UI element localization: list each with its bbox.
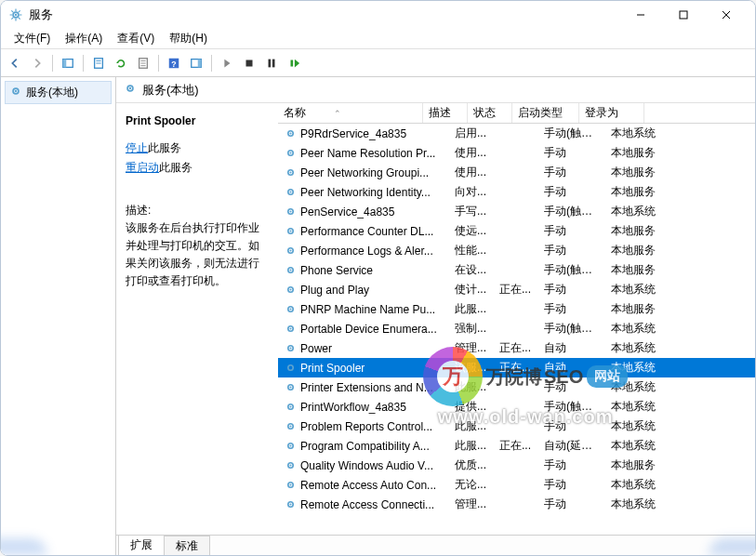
service-startup: 手动 — [538, 457, 605, 473]
service-icon — [284, 225, 297, 238]
help-button[interactable]: ? — [164, 53, 184, 73]
service-logon: 本地服务 — [605, 457, 670, 473]
list-body[interactable]: P9RdrService_4a835启用...手动(触发...本地系统Peer … — [278, 124, 755, 535]
svg-rect-30 — [291, 60, 294, 66]
service-desc: 管理... — [449, 496, 494, 512]
service-row[interactable]: Quality Windows Audio V...优质...手动本地服务 — [278, 456, 755, 475]
service-startup: 手动 — [538, 477, 605, 493]
service-icon — [284, 401, 297, 414]
svg-point-70 — [289, 464, 291, 466]
svg-point-66 — [289, 425, 291, 427]
service-name: Performance Counter DL... — [300, 225, 433, 238]
tab-standard[interactable]: 标准 — [164, 536, 210, 555]
menu-action[interactable]: 操作(A) — [58, 29, 110, 48]
service-startup: 手动(触发... — [538, 321, 605, 337]
service-desc: 此服... — [449, 438, 494, 454]
service-status: 正在... — [494, 360, 538, 376]
service-startup: 手动 — [538, 145, 605, 161]
list-header: 名称 描述 状态 启动类型 登录为 — [278, 103, 755, 124]
svg-point-58 — [289, 347, 291, 349]
svg-point-68 — [289, 444, 291, 446]
service-startup: 自动 — [538, 340, 605, 356]
service-logon: 本地系统 — [605, 477, 670, 493]
service-status: 正在... — [494, 282, 538, 298]
service-icon — [284, 205, 297, 218]
tree-node-services-local[interactable]: 服务(本地) — [5, 81, 112, 104]
service-desc: 该服... — [449, 360, 494, 376]
svg-text:?: ? — [171, 59, 176, 68]
restart-service-button[interactable] — [284, 53, 304, 73]
service-row[interactable]: P9RdrService_4a835启用...手动(触发...本地系统 — [278, 124, 755, 143]
restart-service-link[interactable]: 重启动 — [126, 161, 159, 174]
service-desc: 优质... — [449, 457, 494, 473]
service-row[interactable]: Phone Service在设...手动(触发...本地服务 — [278, 260, 755, 280]
show-hide-pane-button[interactable] — [58, 53, 78, 73]
svg-point-44 — [289, 210, 291, 212]
service-startup: 手动 — [538, 379, 605, 395]
menu-file[interactable]: 文件(F) — [7, 29, 58, 48]
service-row[interactable]: Remote Access Connecti...管理...手动本地系统 — [278, 495, 755, 514]
service-row[interactable]: Print Spooler该服...正在...自动本地系统 — [278, 358, 755, 377]
service-logon: 本地系统 — [605, 204, 670, 219]
forward-button[interactable] — [27, 53, 47, 73]
service-row[interactable]: Peer Networking Identity...向对...手动本地服务 — [278, 182, 755, 202]
back-button[interactable] — [5, 53, 25, 73]
service-row[interactable]: PenService_4a835手写...手动(触发...本地系统 — [278, 202, 755, 221]
description-label: 描述: — [126, 202, 269, 219]
menu-help[interactable]: 帮助(H) — [162, 29, 215, 48]
show-hide-action-pane-button[interactable] — [186, 53, 206, 73]
service-row[interactable]: Printer Extensions and N...此服...手动本地系统 — [278, 377, 755, 397]
service-row[interactable]: PNRP Machine Name Pu...此服...手动本地服务 — [278, 299, 755, 319]
description-text: 该服务在后台执行打印作业并处理与打印机的交互。如果关闭该服务，则无法进行打印或查… — [126, 219, 269, 291]
service-desc: 使远... — [449, 223, 494, 239]
service-startup: 手动 — [538, 418, 605, 434]
service-row[interactable]: Remote Access Auto Con...无论...手动本地系统 — [278, 475, 755, 495]
stop-service-button[interactable] — [239, 53, 259, 73]
service-row[interactable]: Peer Name Resolution Pr...使用...手动本地服务 — [278, 143, 755, 163]
service-desc: 性能... — [449, 243, 494, 258]
close-button[interactable] — [705, 1, 748, 29]
minimize-button[interactable] — [619, 1, 662, 29]
svg-point-72 — [289, 483, 291, 485]
start-service-button[interactable] — [217, 53, 237, 73]
svg-point-34 — [129, 87, 131, 89]
maximize-button[interactable] — [662, 1, 705, 29]
export-list-button[interactable] — [88, 53, 109, 73]
menu-view[interactable]: 查看(V) — [110, 29, 162, 48]
column-logon[interactable]: 登录为 — [579, 103, 644, 123]
refresh-button[interactable] — [111, 53, 131, 73]
stop-service-link[interactable]: 停止 — [126, 141, 148, 154]
service-startup: 手动(触发... — [538, 126, 605, 141]
service-icon — [284, 264, 297, 277]
service-icon — [284, 303, 297, 316]
service-row[interactable]: Power管理...正在...自动本地系统 — [278, 338, 755, 358]
gear-icon — [124, 82, 137, 98]
column-status[interactable]: 状态 — [468, 103, 512, 123]
tab-extended[interactable]: 扩展 — [118, 535, 165, 555]
column-desc[interactable]: 描述 — [423, 103, 468, 123]
service-row[interactable]: Portable Device Enumera...强制...手动(触发...本… — [278, 319, 755, 338]
service-row[interactable]: Problem Reports Control...此服...手动本地系统 — [278, 417, 755, 436]
service-row[interactable]: Plug and Play使计...正在...手动本地系统 — [278, 280, 755, 299]
service-row[interactable]: Peer Networking Groupi...使用...手动本地服务 — [278, 163, 755, 182]
service-startup: 手动(触发... — [538, 204, 605, 219]
service-row[interactable]: Performance Counter DL...使远...手动本地服务 — [278, 221, 755, 241]
service-row[interactable]: PrintWorkflow_4a835提供...手动(触发...本地系统 — [278, 397, 755, 417]
svg-line-6 — [11, 10, 13, 12]
column-startup[interactable]: 启动类型 — [512, 103, 579, 123]
svg-line-7 — [19, 18, 20, 20]
column-name[interactable]: 名称 — [278, 103, 423, 123]
service-name: Peer Name Resolution Pr... — [300, 147, 435, 160]
window-title: 服务 — [29, 7, 619, 23]
svg-point-36 — [289, 132, 291, 134]
service-row[interactable]: Performance Logs & Aler...性能...手动本地服务 — [278, 241, 755, 260]
service-name: Quality Windows Audio V... — [300, 459, 433, 472]
tabs: 扩展 标准 — [116, 535, 755, 555]
service-row[interactable]: Program Compatibility A...此服...正在...自动(延… — [278, 436, 755, 456]
svg-point-1 — [15, 14, 17, 16]
service-icon — [284, 459, 297, 472]
service-logon: 本地服务 — [605, 243, 670, 258]
pause-service-button[interactable] — [261, 53, 282, 73]
properties-button[interactable] — [133, 53, 153, 73]
svg-rect-27 — [246, 60, 253, 66]
